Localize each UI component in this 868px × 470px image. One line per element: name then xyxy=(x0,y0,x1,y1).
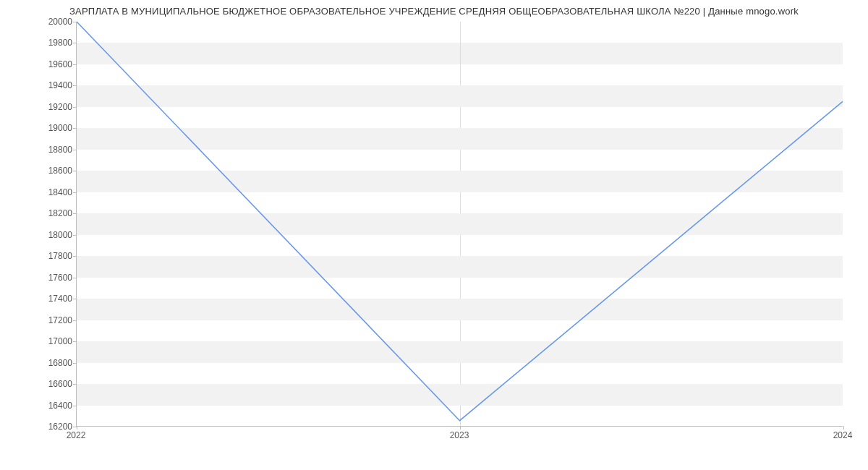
y-tick xyxy=(73,235,77,236)
chart-title: ЗАРПЛАТА В МУНИЦИПАЛЬНОЕ БЮДЖЕТНОЕ ОБРАЗ… xyxy=(0,6,868,17)
y-tick-label: 19200 xyxy=(29,102,72,112)
y-tick-label: 19000 xyxy=(29,123,72,133)
x-tick-label: 2023 xyxy=(450,430,469,440)
data-line xyxy=(77,22,843,421)
x-tick-label: 2022 xyxy=(67,430,86,440)
y-tick-label: 19600 xyxy=(29,59,72,69)
x-tick xyxy=(77,426,77,430)
y-tick-label: 17400 xyxy=(29,294,72,304)
y-tick xyxy=(73,384,77,385)
y-tick-label: 16800 xyxy=(29,358,72,368)
y-tick xyxy=(73,64,77,65)
y-tick xyxy=(73,150,77,150)
y-tick-label: 18000 xyxy=(29,230,72,240)
y-tick-label: 17800 xyxy=(29,251,72,261)
y-tick xyxy=(73,406,77,406)
y-tick xyxy=(73,43,77,43)
y-tick xyxy=(73,85,77,86)
chart-container: ЗАРПЛАТА В МУНИЦИПАЛЬНОЕ БЮДЖЕТНОЕ ОБРАЗ… xyxy=(0,0,868,470)
y-tick-label: 18400 xyxy=(29,187,72,197)
y-tick xyxy=(73,363,77,364)
y-tick xyxy=(73,341,77,342)
x-tick-label: 2024 xyxy=(833,430,853,440)
y-tick-label: 20000 xyxy=(29,17,72,27)
y-tick-label: 19800 xyxy=(29,38,72,48)
y-tick xyxy=(73,171,77,171)
y-tick xyxy=(73,107,77,108)
y-tick xyxy=(73,278,77,278)
y-tick xyxy=(73,213,77,214)
y-tick-label: 17600 xyxy=(29,273,72,283)
y-tick-label: 19400 xyxy=(29,80,72,90)
x-tick xyxy=(843,426,844,430)
y-tick xyxy=(73,320,77,321)
y-tick-label: 18200 xyxy=(29,208,72,218)
y-tick xyxy=(73,299,77,299)
y-tick-label: 18600 xyxy=(29,166,72,176)
y-tick-label: 18800 xyxy=(29,145,72,155)
x-tick xyxy=(460,426,461,430)
y-tick xyxy=(73,22,77,22)
y-tick-label: 17000 xyxy=(29,336,72,346)
y-tick xyxy=(73,192,77,193)
y-tick-label: 17200 xyxy=(29,315,72,325)
y-tick-label: 16600 xyxy=(29,379,72,389)
line-series xyxy=(77,22,843,426)
y-tick xyxy=(73,128,77,129)
y-tick xyxy=(73,256,77,257)
plot-area xyxy=(76,22,843,427)
y-tick-label: 16400 xyxy=(29,401,72,411)
